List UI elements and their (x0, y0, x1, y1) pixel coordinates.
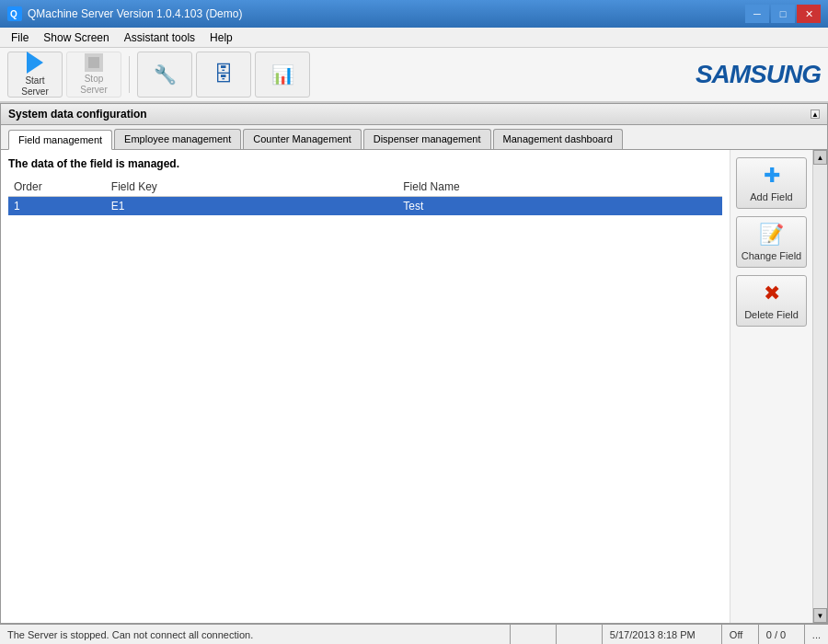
scroll-up-arrow[interactable]: ▲ (813, 150, 827, 165)
status-count: 0 / 0 (758, 625, 804, 644)
delete-field-label: Delete Field (744, 309, 799, 320)
tabs-container: Field management Employee management Cou… (1, 125, 827, 150)
menu-bar: File Show Screen Assistant tools Help (0, 28, 828, 48)
col-header-key: Field Key (106, 178, 397, 197)
add-icon: ✚ (764, 164, 780, 188)
delete-icon: ✖ (764, 282, 780, 305)
chart-button[interactable]: 📊 (255, 52, 310, 98)
add-field-button[interactable]: ✚ Add Field (736, 157, 807, 209)
stop-server-button[interactable]: StopServer (66, 52, 121, 98)
section-header: System data configuration ▲ (1, 104, 827, 125)
status-dots: ... (804, 625, 828, 644)
scroll-down-arrow[interactable]: ▼ (813, 608, 827, 623)
title-controls: ─ □ ✕ (745, 5, 821, 23)
start-server-label: StartServer (21, 75, 48, 98)
minimize-button[interactable]: ─ (745, 5, 769, 23)
add-field-label: Add Field (750, 191, 792, 202)
status-segment-2 (556, 625, 602, 644)
col-header-order: Order (8, 178, 106, 197)
toolbar-separator-1 (129, 56, 130, 93)
status-segment-1 (510, 625, 556, 644)
title-bar: Q QMachine Server Version 1.0.4.103 (Dem… (0, 0, 828, 28)
action-panel: ✚ Add Field 📝 Change Field ✖ Delete Fiel… (730, 150, 812, 623)
change-icon: 📝 (759, 223, 784, 247)
field-subtitle: The data of the field is managed. (8, 157, 722, 170)
tab-counter-management[interactable]: Counter Management (243, 129, 361, 149)
play-icon (27, 52, 43, 74)
samsung-logo: SAMSUNG (696, 60, 821, 89)
restore-button[interactable]: □ (771, 5, 795, 23)
field-panel: The data of the field is managed. Order … (1, 150, 730, 623)
right-scrollbar[interactable]: ▲ ▼ (812, 150, 827, 623)
menu-assistant-tools[interactable]: Assistant tools (117, 29, 202, 46)
stop-icon (85, 53, 103, 72)
toolbar: StartServer StopServer 🔧 🗄 📊 SAMSUNG (0, 48, 828, 103)
tab-management-dashboard[interactable]: Management dashboard (493, 129, 623, 149)
close-button[interactable]: ✕ (797, 5, 821, 23)
status-datetime: 5/17/2013 8:18 PM (602, 625, 721, 644)
tools-icon: 🔧 (154, 63, 177, 86)
section-scroll-arrow[interactable]: ▲ (811, 109, 820, 119)
svg-text:Q: Q (10, 9, 17, 19)
start-server-button[interactable]: StartServer (7, 52, 63, 98)
cell-key: E1 (106, 197, 397, 216)
app-icon: Q (7, 6, 22, 21)
scroll-track[interactable] (813, 165, 827, 608)
main-content: System data configuration ▲ Field manage… (0, 103, 828, 624)
delete-field-button[interactable]: ✖ Delete Field (736, 275, 807, 327)
change-field-label: Change Field (742, 250, 801, 261)
section-title: System data configuration (8, 108, 147, 121)
status-onoff: Off (721, 625, 758, 644)
stop-server-label: StopServer (80, 74, 107, 96)
change-field-button[interactable]: 📝 Change Field (736, 216, 807, 268)
table-row[interactable]: 1 E1 Test (8, 197, 722, 216)
database-button[interactable]: 🗄 (196, 52, 251, 98)
tab-employee-management[interactable]: Employee management (114, 129, 241, 149)
menu-show-screen[interactable]: Show Screen (36, 29, 116, 46)
cell-name: Test (397, 197, 722, 216)
chart-icon: 📊 (271, 63, 294, 86)
tools-button[interactable]: 🔧 (137, 52, 192, 98)
db-icon: 🗄 (213, 63, 234, 86)
tab-dispenser-management[interactable]: Dispenser management (363, 129, 491, 149)
cell-order: 1 (8, 197, 106, 216)
tab-content: The data of the field is managed. Order … (1, 150, 812, 623)
field-table: Order Field Key Field Name 1 E1 Test (8, 178, 722, 215)
window-title: QMachine Server Version 1.0.4.103 (Demo) (28, 7, 242, 20)
menu-help[interactable]: Help (202, 29, 240, 46)
col-header-name: Field Name (397, 178, 722, 197)
status-bar: The Server is stopped. Can not connect a… (0, 624, 828, 644)
tab-field-management[interactable]: Field management (8, 130, 112, 150)
menu-file[interactable]: File (4, 29, 36, 46)
status-message: The Server is stopped. Can not connect a… (0, 629, 510, 640)
